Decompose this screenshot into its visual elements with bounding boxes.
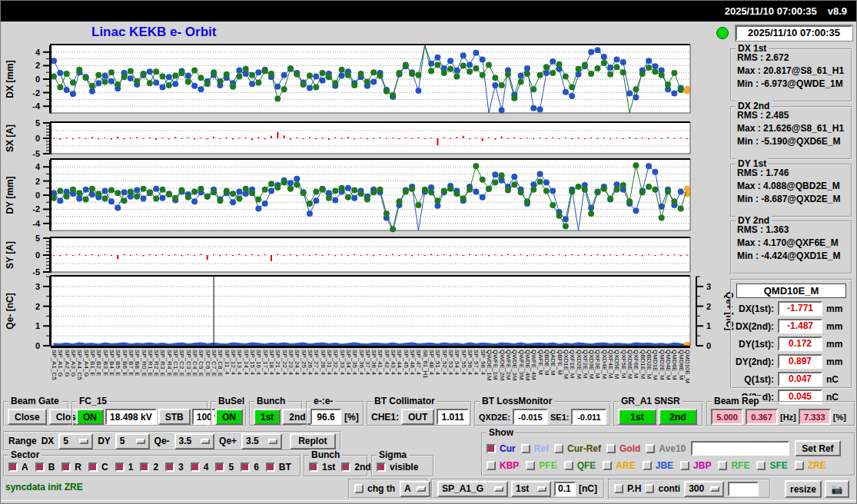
- checkbox-icon[interactable]: [526, 461, 535, 470]
- checkbox-icon[interactable]: [140, 463, 149, 472]
- che1-out-button[interactable]: OUT: [401, 409, 434, 425]
- gr-a1-1st-button[interactable]: 1st: [618, 409, 656, 425]
- sector-checkbox-6[interactable]: 6: [241, 462, 259, 472]
- checkbox-icon[interactable]: [309, 463, 318, 472]
- checkbox-icon[interactable]: [35, 463, 45, 472]
- show-cur-checkbox[interactable]: Cur: [487, 443, 516, 454]
- bpm-label: SP_13_4: [236, 350, 242, 375]
- busel-on-button[interactable]: ON: [215, 409, 243, 425]
- chg-th-checkbox[interactable]: chg th: [354, 483, 395, 494]
- chg-th-dropdown[interactable]: A: [400, 481, 430, 497]
- fc15-stb-button[interactable]: STB: [158, 409, 191, 425]
- sector-checkbox-c[interactable]: C: [88, 462, 108, 472]
- checkbox-icon[interactable]: [487, 461, 496, 470]
- range-dx-dropdown[interactable]: 5: [58, 433, 93, 449]
- checkbox-icon[interactable]: [606, 444, 616, 453]
- sector-checkbox-bt[interactable]: BT: [266, 462, 291, 472]
- monitor-value: 0.897: [778, 354, 822, 369]
- show-rfe-checkbox[interactable]: RFE: [718, 460, 749, 471]
- checkbox-icon[interactable]: [115, 463, 125, 472]
- show-cur-ref-checkbox[interactable]: Cur-Ref: [554, 443, 601, 454]
- checkbox-icon[interactable]: [354, 484, 364, 493]
- svg-text:-4: -4: [32, 219, 41, 228]
- checkbox-icon[interactable]: [8, 463, 18, 472]
- dx1st-rms: RMS : 2.672: [737, 52, 851, 63]
- replot-button[interactable]: Replot: [290, 433, 336, 449]
- bunch-1st-button[interactable]: 1st: [254, 409, 281, 425]
- checkbox-icon[interactable]: [191, 463, 200, 472]
- show-are-checkbox[interactable]: ARE: [603, 460, 635, 471]
- bpm-label: SP_R3_E: [159, 350, 165, 376]
- checkbox-icon[interactable]: [215, 463, 224, 472]
- checkbox-icon[interactable]: [645, 484, 654, 493]
- show-jbp-checkbox[interactable]: JBP: [680, 460, 711, 471]
- checkbox-icon[interactable]: [614, 484, 623, 493]
- range-qem-dropdown[interactable]: 3.5: [174, 433, 214, 449]
- checkbox-icon[interactable]: [756, 461, 766, 470]
- beam-gate-close-button-1[interactable]: Close: [8, 409, 47, 425]
- sector-checkbox-3[interactable]: 3: [165, 462, 184, 472]
- svg-text:0: 0: [35, 75, 40, 84]
- checkbox-icon[interactable]: [266, 463, 275, 472]
- bpm-label: QXF2E_M: [582, 350, 588, 378]
- checkbox-icon[interactable]: [564, 461, 573, 470]
- show-sfe-checkbox[interactable]: SFE: [756, 460, 787, 471]
- checkbox-icon[interactable]: [241, 463, 250, 472]
- show-kbp-checkbox[interactable]: KBP: [487, 460, 519, 471]
- sector-checkbox-5[interactable]: 5: [215, 462, 234, 472]
- threshold-input[interactable]: [554, 482, 576, 496]
- checkbox-icon[interactable]: [554, 444, 563, 453]
- checkbox-icon[interactable]: [646, 444, 655, 453]
- range-dy-dropdown[interactable]: 5: [115, 433, 150, 449]
- resize-button[interactable]: resize: [785, 480, 822, 498]
- checkbox-icon[interactable]: [680, 461, 689, 470]
- sector-checkbox-r[interactable]: R: [61, 462, 81, 472]
- checkbox-icon[interactable]: [165, 463, 174, 472]
- bpm-label: QXF4E_M: [607, 350, 613, 378]
- checkbox-icon[interactable]: [341, 463, 350, 472]
- conti-checkbox[interactable]: conti: [645, 483, 680, 494]
- checkbox-icon[interactable]: [487, 444, 496, 453]
- show-gold-checkbox[interactable]: Gold: [606, 443, 640, 454]
- show-jbe-checkbox[interactable]: JBE: [643, 460, 673, 471]
- checkbox-icon[interactable]: [61, 463, 71, 472]
- show-qfe-checkbox[interactable]: QFE: [564, 460, 596, 471]
- fc15-on-button[interactable]: ON: [76, 409, 104, 425]
- dropdown-indicator-icon: [417, 486, 426, 492]
- bunch-2nd-checkbox[interactable]: 2nd: [341, 462, 370, 472]
- sector-checkbox-2[interactable]: 2: [140, 462, 158, 472]
- sp-bunch-dropdown[interactable]: 1st: [511, 481, 551, 497]
- count-dropdown[interactable]: 300: [684, 481, 724, 497]
- monitor-row-dy1: DY(1st):0.172mm: [732, 337, 845, 351]
- checkbox-icon[interactable]: [795, 461, 804, 470]
- sigma-visible-checkbox[interactable]: visible: [377, 462, 418, 472]
- checkbox-icon[interactable]: [377, 463, 386, 472]
- checkbox-icon[interactable]: [643, 461, 652, 470]
- show-zre-checkbox[interactable]: ZRE: [795, 460, 826, 471]
- gr-a1-2nd-button[interactable]: 2nd: [659, 409, 697, 425]
- busel-group: BuSel ON: [211, 401, 247, 426]
- extra-input[interactable]: [728, 482, 759, 496]
- show-pfe-checkbox[interactable]: PFE: [526, 460, 556, 471]
- camera-screenshot-button[interactable]: 📷: [825, 480, 849, 498]
- range-dx-label: DX: [42, 436, 55, 446]
- sector-checkbox-1[interactable]: 1: [115, 462, 134, 472]
- checkbox-icon[interactable]: [603, 461, 612, 470]
- sp-name-dropdown[interactable]: SP_A1_G: [437, 481, 508, 497]
- sector-checkbox-4[interactable]: 4: [191, 462, 209, 472]
- set-ref-button[interactable]: Set Ref: [795, 440, 840, 456]
- range-qep-dropdown[interactable]: 3.5: [241, 433, 281, 449]
- ref-name-input[interactable]: [691, 441, 789, 456]
- sector-checkbox-a[interactable]: A: [8, 462, 28, 472]
- checkbox-icon[interactable]: [88, 463, 98, 472]
- plot-mode-group: P.H conti 300: [608, 479, 771, 499]
- checkbox-icon[interactable]: [718, 461, 727, 470]
- show-ave10-checkbox[interactable]: Ave10: [646, 443, 686, 454]
- dropdown-indicator-icon: [710, 486, 719, 492]
- show-ref-checkbox[interactable]: Ref: [521, 443, 549, 454]
- bpm-label: QXD1E_M: [563, 350, 569, 379]
- ph-checkbox[interactable]: P.H: [614, 483, 641, 494]
- checkbox-icon[interactable]: [521, 444, 530, 453]
- bunch-1st-checkbox[interactable]: 1st: [309, 462, 335, 472]
- sector-checkbox-b[interactable]: B: [35, 462, 55, 472]
